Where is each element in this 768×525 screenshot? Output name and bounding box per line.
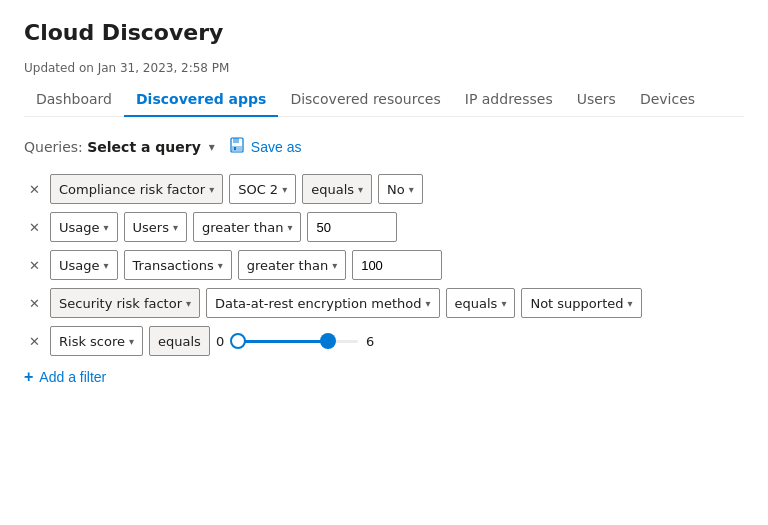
tab-nav: Dashboard Discovered apps Discovered res… (24, 83, 744, 117)
risk-score-slider-container: 0 6 (216, 326, 380, 356)
filter-row-4: ✕ Security risk factor ▾ Data-at-rest en… (24, 288, 744, 318)
plus-icon: + (24, 368, 33, 386)
slider-min-value: 0 (216, 334, 230, 349)
value-100-input[interactable] (352, 250, 442, 280)
equals-operator-5-dropdown[interactable]: equals (149, 326, 210, 356)
greater-than-3-dropdown[interactable]: greater than ▾ (238, 250, 346, 280)
chevron-down-icon: ▾ (104, 260, 109, 271)
close-icon: ✕ (29, 258, 40, 273)
users-dropdown[interactable]: Users ▾ (124, 212, 187, 242)
svg-rect-2 (232, 146, 242, 151)
chevron-down-icon: ▾ (173, 222, 178, 233)
no-value-dropdown[interactable]: No ▾ (378, 174, 423, 204)
queries-bold-label: Select a query (87, 139, 201, 155)
save-icon (229, 137, 245, 156)
compliance-risk-factor-dropdown[interactable]: Compliance risk factor ▾ (50, 174, 223, 204)
range-fill (238, 340, 328, 343)
greater-than-2-dropdown[interactable]: greater than ▾ (193, 212, 301, 242)
filter-row-2: ✕ Usage ▾ Users ▾ greater than ▾ (24, 212, 744, 242)
filter-row-3: ✕ Usage ▾ Transactions ▾ greater than ▾ (24, 250, 744, 280)
chevron-down-icon: ▾ (209, 140, 215, 154)
svg-rect-3 (234, 147, 236, 150)
chevron-down-icon: ▾ (501, 298, 506, 309)
tab-discovered-resources[interactable]: Discovered resources (278, 83, 452, 117)
security-risk-factor-dropdown[interactable]: Security risk factor ▾ (50, 288, 200, 318)
add-filter-label: Add a filter (39, 369, 106, 385)
not-supported-dropdown[interactable]: Not supported ▾ (521, 288, 641, 318)
tab-devices[interactable]: Devices (628, 83, 707, 117)
page-title: Cloud Discovery (24, 20, 744, 45)
usage-dropdown-3[interactable]: Usage ▾ (50, 250, 118, 280)
chevron-down-icon: ▾ (282, 184, 287, 195)
add-filter-button[interactable]: + Add a filter (24, 362, 106, 392)
chevron-down-icon: ▾ (218, 260, 223, 271)
svg-rect-1 (233, 138, 239, 143)
chevron-down-icon: ▾ (287, 222, 292, 233)
queries-label: Queries: Select a query (24, 139, 201, 155)
remove-filter-3-button[interactable]: ✕ (24, 255, 44, 275)
close-icon: ✕ (29, 220, 40, 235)
range-thumb-start[interactable] (230, 333, 246, 349)
data-at-rest-dropdown[interactable]: Data-at-rest encryption method ▾ (206, 288, 440, 318)
tab-discovered-apps[interactable]: Discovered apps (124, 83, 278, 117)
chevron-down-icon: ▾ (358, 184, 363, 195)
tab-dashboard[interactable]: Dashboard (24, 83, 124, 117)
close-icon: ✕ (29, 334, 40, 349)
risk-score-dropdown[interactable]: Risk score ▾ (50, 326, 143, 356)
tab-users[interactable]: Users (565, 83, 628, 117)
remove-filter-2-button[interactable]: ✕ (24, 217, 44, 237)
filter-row-5: ✕ Risk score ▾ equals 0 6 (24, 326, 744, 356)
close-icon: ✕ (29, 182, 40, 197)
main-container: Cloud Discovery Updated on Jan 31, 2023,… (0, 0, 768, 416)
save-as-button[interactable]: Save as (223, 133, 308, 160)
filter-row-1: ✕ Compliance risk factor ▾ SOC 2 ▾ equal… (24, 174, 744, 204)
queries-bar: Queries: Select a query ▾ Save as (24, 133, 744, 160)
range-thumb-end[interactable] (320, 333, 336, 349)
filter-rows: ✕ Compliance risk factor ▾ SOC 2 ▾ equal… (24, 174, 744, 356)
close-icon: ✕ (29, 296, 40, 311)
chevron-down-icon: ▾ (627, 298, 632, 309)
chevron-down-icon: ▾ (129, 336, 134, 347)
remove-filter-1-button[interactable]: ✕ (24, 179, 44, 199)
range-slider[interactable] (238, 326, 358, 356)
value-50-input[interactable] (307, 212, 397, 242)
chevron-down-icon: ▾ (409, 184, 414, 195)
tab-ip-addresses[interactable]: IP addresses (453, 83, 565, 117)
chevron-down-icon: ▾ (209, 184, 214, 195)
save-as-label: Save as (251, 139, 302, 155)
equals-operator-1-dropdown[interactable]: equals ▾ (302, 174, 372, 204)
soc2-dropdown[interactable]: SOC 2 ▾ (229, 174, 296, 204)
updated-text: Updated on Jan 31, 2023, 2:58 PM (24, 61, 744, 75)
chevron-down-icon: ▾ (332, 260, 337, 271)
transactions-dropdown[interactable]: Transactions ▾ (124, 250, 232, 280)
usage-dropdown-2[interactable]: Usage ▾ (50, 212, 118, 242)
slider-max-value: 6 (366, 334, 380, 349)
equals-operator-4-dropdown[interactable]: equals ▾ (446, 288, 516, 318)
chevron-down-icon: ▾ (426, 298, 431, 309)
chevron-down-icon: ▾ (104, 222, 109, 233)
chevron-down-icon: ▾ (186, 298, 191, 309)
remove-filter-5-button[interactable]: ✕ (24, 331, 44, 351)
remove-filter-4-button[interactable]: ✕ (24, 293, 44, 313)
